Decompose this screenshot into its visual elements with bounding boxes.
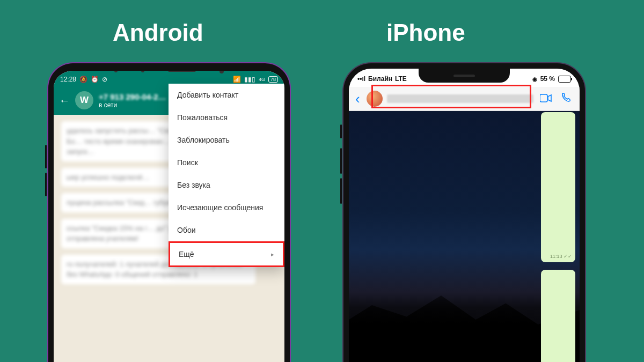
- heading-android: Android: [113, 19, 203, 46]
- contact-avatar[interactable]: W: [75, 91, 93, 109]
- iphone-volume-button: [340, 148, 342, 174]
- menu-item-report[interactable]: Пожаловаться: [169, 106, 284, 129]
- back-arrow-icon[interactable]: ←: [59, 94, 70, 107]
- menu-item-search[interactable]: Поиск: [169, 151, 284, 174]
- iphone-mute-switch: [340, 124, 342, 138]
- svg-rect-0: [540, 94, 547, 102]
- iphone-notch: [419, 69, 510, 83]
- heading-iphone: iPhone: [386, 19, 465, 46]
- alarm-icon: ⏰: [91, 76, 99, 83]
- iphone-chat-body: 11:13 ✓✓: [349, 111, 580, 362]
- message-bubble[interactable]: [541, 112, 575, 262]
- battery-icon: [558, 76, 571, 83]
- message-bubble[interactable]: [541, 270, 575, 362]
- contact-title-blurred: +7 913 290-04-2…: [99, 92, 166, 101]
- battery-pct: 55 %: [540, 75, 555, 83]
- menu-item-more[interactable]: Ещё ▸: [169, 241, 284, 267]
- contact-status: в сети: [99, 101, 166, 109]
- android-phone-frame: 12:28 🔕 ⏰ ⊘ 📶 ▮▮▯ 4G 78 ← W +7 913 290-0…: [48, 63, 290, 362]
- status-time: 12:28: [60, 76, 76, 83]
- voice-call-icon[interactable]: [558, 92, 573, 106]
- carrier-label: Билайн: [368, 75, 392, 83]
- iphone-volume-button: [340, 178, 342, 204]
- android-overflow-menu: Добавить контакт Пожаловаться Заблокиров…: [169, 84, 284, 267]
- camera-indicator-icon: ◉: [532, 76, 537, 82]
- video-call-icon[interactable]: [538, 93, 554, 105]
- menu-item-disappearing[interactable]: Исчезающие сообщения: [169, 196, 284, 219]
- android-power-button: [286, 141, 287, 178]
- android-volume-button: [45, 173, 47, 196]
- dnd-icon: ⊘: [102, 76, 107, 83]
- chevron-right-icon: ▸: [271, 251, 274, 258]
- menu-item-block[interactable]: Заблокировать: [169, 129, 284, 151]
- notification-off-icon: 🔕: [79, 76, 87, 83]
- iphone-frame: ••ıl Билайн LTE ◉ 55 % ‹ 11:13 ✓✓: [343, 63, 585, 362]
- android-volume-button: [45, 145, 47, 168]
- menu-item-mute[interactable]: Без звука: [169, 174, 284, 196]
- signal-icon: ▮▮▯: [244, 76, 255, 83]
- menu-item-wallpaper[interactable]: Обои: [169, 219, 284, 241]
- network-label: LTE: [395, 75, 407, 83]
- menu-item-add-contact[interactable]: Добавить контакт: [169, 84, 284, 106]
- back-chevron-icon[interactable]: ‹: [355, 91, 360, 107]
- network-4g-icon: 4G: [259, 77, 265, 82]
- iphone-power-button: [581, 144, 582, 186]
- battery-indicator: 78: [268, 76, 278, 83]
- signal-dots-icon: ••ıl: [357, 75, 365, 83]
- message-timestamp: 11:13 ✓✓: [550, 254, 572, 259]
- annotation-highlight-box: [371, 85, 531, 108]
- sim-icon: 📶: [233, 76, 241, 83]
